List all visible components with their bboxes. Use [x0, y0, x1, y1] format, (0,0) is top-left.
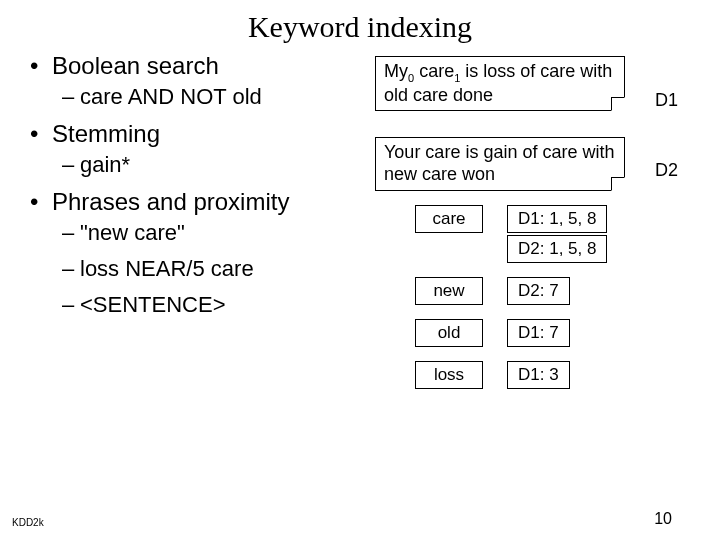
index-vals: D1: 3	[507, 361, 570, 389]
index-row-care: care D1: 1, 5, 8 D2: 1, 5, 8	[415, 205, 705, 263]
index-key: loss	[415, 361, 483, 389]
subbullet-phrases-2: loss NEAR/5 care	[62, 256, 375, 282]
index-val: D1: 3	[507, 361, 570, 389]
index-val: D1: 1, 5, 8	[507, 205, 607, 233]
doc-box-d1: My0 care1 is loss of care with old care …	[375, 56, 625, 111]
d1-text-mid: care	[414, 61, 454, 81]
page-fold-icon	[611, 97, 625, 111]
footer-tag: KDD2k	[12, 517, 44, 528]
subbullet-phrases-1: "new care"	[62, 220, 375, 246]
bullet-column: Boolean search care AND NOT old Stemming…	[30, 52, 375, 389]
index-row-loss: loss D1: 3	[415, 361, 705, 389]
index-key: old	[415, 319, 483, 347]
d2-text: Your care is gain of care with new care …	[384, 142, 614, 184]
index-val: D1: 7	[507, 319, 570, 347]
diagram-column: My0 care1 is loss of care with old care …	[375, 52, 705, 389]
bullet-phrases: Phrases and proximity	[30, 188, 375, 216]
index-val: D2: 7	[507, 277, 570, 305]
index-vals: D1: 7	[507, 319, 570, 347]
slide-body: Boolean search care AND NOT old Stemming…	[0, 52, 720, 389]
subbullet-stemming-1: gain*	[62, 152, 375, 178]
index-val: D2: 1, 5, 8	[507, 235, 607, 263]
bullet-boolean: Boolean search	[30, 52, 375, 80]
index-row-old: old D1: 7	[415, 319, 705, 347]
index-row-new: new D2: 7	[415, 277, 705, 305]
slide-number: 10	[654, 510, 672, 528]
bullet-stemming: Stemming	[30, 120, 375, 148]
index-key: care	[415, 205, 483, 233]
doc-box-d2: Your care is gain of care with new care …	[375, 137, 625, 190]
index-vals: D2: 7	[507, 277, 570, 305]
slide-title: Keyword indexing	[0, 0, 720, 52]
index-key: new	[415, 277, 483, 305]
index-vals: D1: 1, 5, 8 D2: 1, 5, 8	[507, 205, 607, 263]
d1-text-pre: My	[384, 61, 408, 81]
inverted-index: care D1: 1, 5, 8 D2: 1, 5, 8 new D2: 7 o…	[415, 205, 705, 389]
subbullet-boolean-1: care AND NOT old	[62, 84, 375, 110]
subbullet-phrases-3: <SENTENCE>	[62, 292, 375, 318]
doc-label-d2: D2	[655, 160, 678, 181]
page-fold-icon	[611, 177, 625, 191]
doc-label-d1: D1	[655, 90, 678, 111]
